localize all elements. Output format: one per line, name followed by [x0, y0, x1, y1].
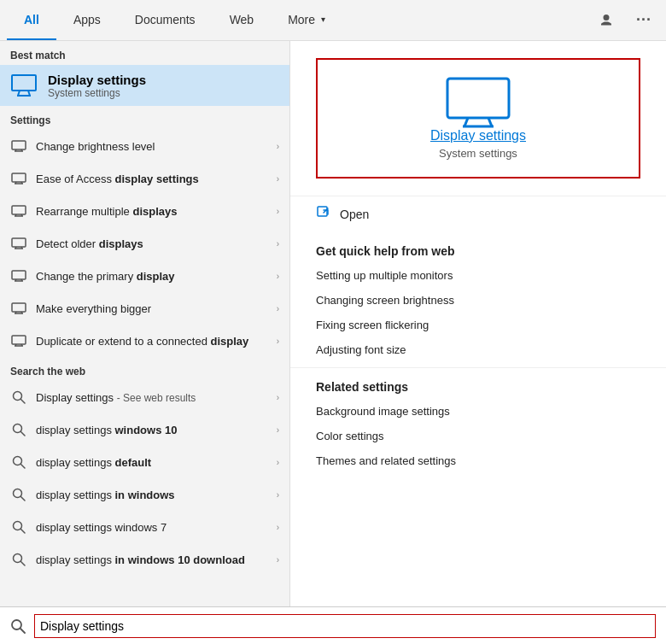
monitor-icon [10, 332, 27, 349]
settings-item-text: Detect older displays [36, 237, 268, 250]
best-match-title: Display settings [48, 73, 146, 87]
search-bar [0, 606, 666, 644]
monitor-icon [10, 300, 27, 317]
related-link-2[interactable]: Color settings [290, 424, 666, 448]
tab-all-label: All [24, 13, 39, 26]
tab-more-inner: More ▾ [288, 13, 325, 26]
web-item-text: display settings windows 7 [36, 521, 268, 534]
top-navigation: All Apps Documents Web More ▾ ··· [0, 0, 666, 41]
more-options-button[interactable]: ··· [628, 5, 659, 36]
tab-documents-label: Documents [135, 13, 196, 26]
settings-item-text: Change the primary display [36, 270, 268, 283]
list-item[interactable]: Detect older displays › [0, 227, 289, 260]
best-match-item[interactable]: Display settings System settings [0, 65, 289, 106]
chevron-right-icon: › [277, 555, 279, 565]
settings-item-text: Make everything bigger [36, 302, 268, 315]
web-item-text: display settings in windows 10 download [36, 553, 268, 566]
tab-web[interactable]: Web [213, 0, 272, 40]
list-item[interactable]: Change the primary display › [0, 260, 289, 292]
web-section-header: Search the web [0, 357, 289, 381]
chevron-right-icon: › [277, 174, 279, 184]
user-icon-button[interactable] [591, 5, 622, 36]
list-item[interactable]: Rearrange multiple displays › [0, 195, 289, 227]
svg-line-43 [21, 562, 26, 566]
svg-rect-24 [12, 303, 26, 312]
list-item[interactable]: display settings windows 10 › [0, 413, 289, 446]
search-icon [10, 421, 27, 438]
search-icon [10, 551, 27, 568]
best-match-subtitle: System settings [48, 87, 146, 99]
chevron-right-icon: › [277, 337, 279, 346]
best-match-text: Display settings System settings [48, 73, 146, 99]
person-icon [599, 13, 614, 28]
web-item-text: Display settings - See web results [36, 391, 268, 404]
best-match-header: Best match [0, 41, 289, 65]
search-icon-wrap [10, 618, 26, 634]
svg-line-51 [20, 629, 25, 633]
settings-item-text: Change brightness level [36, 140, 268, 153]
tab-all[interactable]: All [7, 0, 56, 40]
list-item[interactable]: Display settings - See web results › [0, 381, 289, 413]
chevron-right-icon: › [277, 393, 279, 402]
list-item[interactable]: Duplicate or extend to a connected displ… [0, 325, 289, 357]
chevron-right-icon: › [277, 239, 279, 249]
list-item[interactable]: display settings default › [0, 446, 289, 478]
chevron-down-icon: ▾ [321, 15, 325, 24]
chevron-right-icon: › [277, 207, 279, 216]
tab-documents[interactable]: Documents [118, 0, 213, 40]
chevron-right-icon: › [277, 458, 279, 467]
tab-web-label: Web [230, 13, 254, 26]
svg-rect-20 [12, 271, 26, 279]
result-title[interactable]: Display settings [430, 128, 526, 143]
monitor-icon-large [444, 77, 512, 128]
monitor-icon [10, 138, 27, 155]
web-item-text: display settings in windows [36, 489, 268, 501]
quick-help-header: Get quick help from web [290, 232, 666, 263]
right-panel: Display settings System settings Open Ge… [290, 41, 666, 606]
svg-rect-0 [12, 75, 36, 91]
left-panel: Best match Display settings System setti… [0, 41, 290, 606]
open-label: Open [340, 208, 369, 221]
related-link-1[interactable]: Background image settings [290, 399, 666, 424]
list-item[interactable]: Make everything bigger › [0, 292, 289, 325]
svg-line-35 [21, 432, 26, 436]
list-item[interactable]: Ease of Access display settings › [0, 162, 289, 195]
monitor-icon [10, 235, 27, 252]
web-item-text: display settings default [36, 456, 268, 469]
svg-rect-28 [12, 336, 26, 344]
quick-help-link-3[interactable]: Fixing screen flickering [290, 313, 666, 337]
quick-help-link-4[interactable]: Adjusting font size [290, 337, 666, 362]
monitor-icon [10, 170, 27, 187]
tab-apps[interactable]: Apps [56, 0, 118, 40]
svg-line-39 [21, 497, 26, 501]
settings-item-text: Ease of Access display settings [36, 173, 268, 185]
svg-rect-16 [12, 238, 26, 247]
open-action[interactable]: Open [290, 196, 666, 232]
list-item[interactable]: display settings in windows 10 download … [0, 543, 289, 576]
svg-rect-12 [12, 206, 26, 214]
svg-line-37 [21, 465, 26, 469]
quick-help-link-2[interactable]: Changing screen brightness [290, 288, 666, 313]
list-item[interactable]: Change brightness level › [0, 130, 289, 162]
chevron-right-icon: › [277, 425, 279, 435]
search-icon [10, 454, 27, 471]
best-match-icon [10, 72, 38, 99]
svg-rect-44 [447, 79, 509, 118]
related-link-3[interactable]: Themes and related settings [290, 448, 666, 473]
main-content: Best match Display settings System setti… [0, 41, 666, 606]
svg-point-50 [12, 620, 21, 629]
svg-rect-8 [12, 173, 26, 182]
quick-help-link-1[interactable]: Setting up multiple monitors [290, 263, 666, 288]
tab-more[interactable]: More ▾ [271, 0, 342, 40]
search-icon [10, 389, 27, 406]
monitor-icon [10, 267, 27, 284]
settings-item-text: Duplicate or extend to a connected displ… [36, 335, 268, 348]
ellipsis-icon: ··· [636, 11, 651, 29]
chevron-right-icon: › [277, 523, 279, 532]
monitor-icon [10, 202, 27, 220]
tab-more-label: More [288, 13, 315, 26]
list-item[interactable]: display settings in windows › [0, 478, 289, 511]
search-input[interactable] [34, 614, 656, 638]
list-item[interactable]: display settings windows 7 › [0, 511, 289, 543]
result-subtitle: System settings [439, 147, 517, 160]
